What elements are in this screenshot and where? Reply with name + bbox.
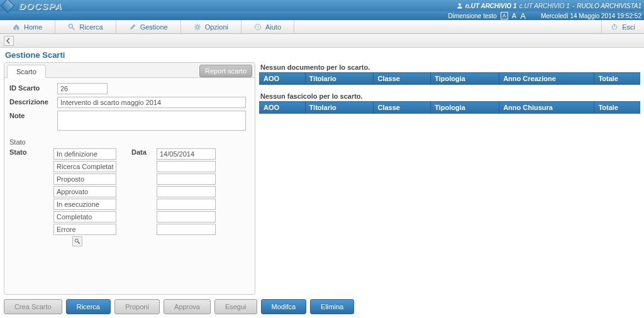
svg-point-8 [75, 239, 78, 242]
user-archive-b: c.UT ARCHIVIO 1 [519, 3, 570, 9]
stato-section-header: Stato [9, 137, 250, 147]
search-icon [68, 23, 75, 31]
menu-ricerca[interactable]: Ricerca [55, 20, 116, 33]
user-icon [457, 3, 463, 9]
svg-text:?: ? [257, 25, 259, 30]
note-textarea[interactable] [57, 111, 246, 131]
fasc-th-aoo[interactable]: AOO [260, 102, 306, 114]
menu-home[interactable]: Home [0, 20, 55, 33]
help-icon: ? [254, 23, 262, 31]
stato-search-button[interactable] [72, 236, 82, 246]
gear-icon [194, 23, 201, 31]
stato-field-1[interactable] [53, 161, 116, 172]
fasc-th-titolario[interactable]: Titolario [305, 102, 374, 114]
user-archive-a: n.UT ARCHIVIO 1 [465, 3, 517, 9]
user-role: RUOLO ARCHIVISTA1 [577, 3, 641, 9]
app-logo-gem [1, 0, 15, 13]
data-field-3[interactable] [157, 186, 216, 197]
report-scarto-button[interactable]: Report scarto [199, 65, 252, 77]
svg-point-0 [458, 3, 461, 6]
menu-aiuto-label: Aiuto [265, 23, 281, 31]
doc-th-tipologia[interactable]: Tipologia [431, 73, 499, 85]
data-field-4[interactable] [157, 199, 216, 210]
svg-line-9 [78, 242, 80, 244]
documents-table: AOO Titolario Classe Tipologia Anno Crea… [259, 72, 640, 85]
menu-gestione[interactable]: Gestione [116, 20, 181, 33]
stato-field-5[interactable] [53, 211, 116, 222]
stato-field-3[interactable] [53, 186, 116, 197]
magnifier-icon [74, 238, 80, 244]
stato-field-0[interactable] [53, 148, 116, 160]
fasc-th-tipologia[interactable]: Tipologia [431, 102, 499, 114]
documents-table-title: Nessun documento per lo scarto. [259, 62, 640, 72]
fascicoli-table-title: Nessun fascicolo per lo scarto. [259, 91, 640, 101]
menu-opzioni-label: Opzioni [205, 23, 228, 31]
app-logo-text: DOCSPA [14, 1, 62, 11]
menu-home-label: Home [24, 23, 42, 31]
menu-esci-label: Esci [622, 23, 635, 31]
stato-field-2[interactable] [53, 173, 116, 185]
text-size-small[interactable]: A [501, 12, 508, 19]
data-field-2[interactable] [157, 173, 216, 185]
crea-scarto-button[interactable]: Crea Scarto [4, 299, 62, 314]
svg-point-3 [196, 25, 199, 28]
tab-scarto[interactable]: Scarto [7, 65, 46, 78]
menu-gestione-label: Gestione [140, 23, 168, 31]
text-size-large[interactable]: A [520, 11, 526, 21]
menu-opzioni[interactable]: Opzioni [181, 20, 242, 33]
doc-th-titolario[interactable]: Titolario [305, 73, 374, 85]
ricerca-button[interactable]: Ricerca [66, 299, 111, 314]
stato-col-label: Stato [9, 148, 53, 156]
menu-esci[interactable]: Esci [601, 20, 644, 33]
doc-th-anno[interactable]: Anno Creazione [499, 73, 594, 85]
header-datetime: Mercoledì 14 Maggio 2014 19:52:52 [541, 13, 641, 19]
data-field-5[interactable] [157, 211, 216, 222]
home-icon [13, 23, 20, 31]
power-icon [611, 23, 618, 31]
stato-field-4[interactable] [53, 199, 116, 210]
text-size-medium[interactable]: A [512, 12, 516, 19]
data-field-1[interactable] [157, 161, 216, 172]
data-col-label: Data [131, 148, 157, 156]
text-size-label: Dimensione testo [448, 13, 497, 19]
id-scarto-input[interactable] [57, 83, 108, 94]
main-menu: Home Ricerca Gestione Opzioni ? Aiuto Es… [0, 20, 644, 34]
fasc-th-totale[interactable]: Totale [594, 102, 640, 114]
descrizione-label: Descrizione [9, 97, 53, 106]
doc-th-classe[interactable]: Classe [374, 73, 431, 85]
stato-field-6[interactable] [53, 224, 116, 235]
svg-line-2 [72, 27, 75, 30]
fascicoli-table: AOO Titolario Classe Tipologia Anno Chiu… [259, 101, 640, 114]
svg-point-1 [69, 24, 73, 28]
proponi-button[interactable]: Proponi [114, 299, 160, 314]
data-field-6[interactable] [157, 224, 216, 235]
doc-th-totale[interactable]: Totale [594, 73, 640, 85]
menu-ricerca-label: Ricerca [79, 23, 103, 31]
fasc-th-anno[interactable]: Anno Chiusura [499, 102, 594, 114]
approva-button[interactable]: Approva [164, 299, 211, 314]
doc-th-aoo[interactable]: AOO [260, 73, 306, 85]
esegui-button[interactable]: Esegui [214, 299, 257, 314]
pencil-icon [129, 23, 136, 31]
note-label: Note [9, 111, 53, 119]
footer-toolbar: Crea Scarto Ricerca Proponi Approva Eseg… [0, 298, 644, 315]
page-title: Gestione Scarti [0, 48, 644, 62]
back-arrow-icon [6, 38, 12, 44]
modifica-button[interactable]: Modifca [261, 299, 307, 314]
menu-aiuto[interactable]: ? Aiuto [242, 20, 294, 33]
descrizione-input[interactable] [57, 97, 246, 108]
data-field-0[interactable] [157, 148, 216, 160]
id-scarto-label: ID Scarto [9, 83, 53, 92]
back-button[interactable] [4, 36, 14, 46]
fasc-th-classe[interactable]: Classe [374, 102, 431, 114]
elimina-button[interactable]: Elimina [310, 299, 354, 314]
